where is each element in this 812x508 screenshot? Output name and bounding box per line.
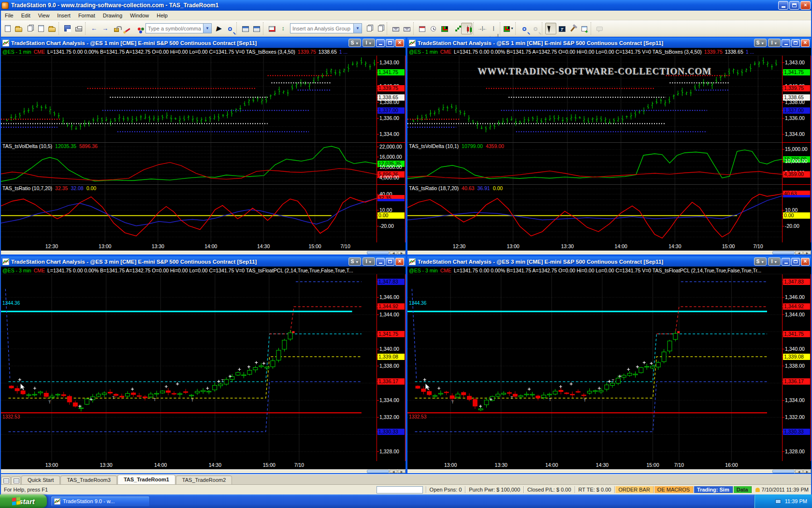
indicator-dropdown-button[interactable]: I ▼ (362, 39, 375, 47)
trading-mode-indicator[interactable]: Trading: Sim (693, 486, 733, 493)
candlestick-style-button[interactable] (461, 23, 472, 34)
menu-format[interactable]: Format (74, 11, 99, 20)
price-scale[interactable]: 1,347.831,346.001,344.921,344.001,341.75… (377, 274, 406, 461)
window-minimize-button[interactable] (782, 258, 790, 266)
oe-macros-toggle[interactable]: OE MACROS (653, 486, 693, 493)
price-scale[interactable]: 1,343.001,341.751,340.001,339.751,338.65… (782, 56, 811, 242)
send-window-button[interactable] (390, 23, 401, 34)
format-painter-button[interactable] (122, 23, 133, 34)
symbol-command-combo[interactable]: ▼ (145, 23, 212, 33)
window-minimize-button[interactable] (376, 258, 385, 266)
hscroll-thumb[interactable] (367, 251, 389, 254)
window-minimize-button[interactable] (782, 39, 790, 47)
window-titlebar[interactable]: TradeStation Chart Analysis - @ES 3 min … (1, 256, 406, 267)
forward-button[interactable]: → (100, 23, 111, 34)
back-button[interactable]: ← (88, 23, 100, 34)
step-chart-button[interactable] (450, 23, 461, 34)
pointer-tool-button[interactable] (545, 23, 556, 34)
menu-help[interactable]: Help (153, 11, 172, 20)
window-titlebar[interactable]: TradeStation Chart Analysis - @ES 1 min … (1, 38, 406, 48)
save-desktop-button[interactable] (62, 23, 73, 34)
session-clock-button[interactable] (428, 23, 439, 34)
app-titlebar[interactable]: TradeStation 9.0 - www.trading-software-… (0, 0, 812, 11)
menu-edit[interactable]: Edit (17, 11, 34, 20)
symbol-dropdown-button[interactable]: S ▼ (754, 39, 767, 47)
chart-type-dropdown[interactable]: ▼ (503, 23, 514, 34)
window-restore-button[interactable] (791, 258, 800, 266)
sort-button[interactable]: ↕ (277, 23, 289, 34)
hscroll-right-arrow[interactable]: ▶ (803, 251, 811, 254)
data-status-indicator[interactable]: Data (733, 486, 752, 493)
chart-analysis-button[interactable] (266, 23, 277, 34)
open-workspace-button[interactable] (13, 23, 24, 34)
tab-tas-traderoom1[interactable]: TAS_TradeRoom1 (117, 475, 175, 484)
indicator-dropdown-button[interactable]: I ▼ (362, 257, 375, 266)
tab-quick-start[interactable]: Quick Start (21, 476, 60, 484)
symbol-command-input[interactable] (146, 26, 203, 31)
open-folder-button[interactable] (46, 23, 58, 34)
symbol-dropdown-button[interactable]: S ▼ (348, 257, 361, 266)
open-shared-button[interactable] (401, 23, 412, 34)
add-strategy-button[interactable] (375, 23, 386, 34)
zoom-out-button[interactable] (530, 23, 541, 34)
hscroll-right-arrow[interactable]: ▶ (398, 251, 406, 254)
indicator-dropdown-button[interactable]: I ▼ (768, 39, 781, 47)
window-titlebar[interactable]: TradeStation Chart Analysis - @ES 3 min … (407, 256, 811, 267)
menu-drawing[interactable]: Drawing (99, 11, 126, 20)
symbol-lookup-button[interactable] (224, 23, 235, 34)
analysis-group-input[interactable] (290, 26, 353, 31)
symbol-dropdown-button[interactable]: S ▼ (348, 39, 361, 47)
chevron-down-icon[interactable]: ▼ (203, 24, 211, 33)
lock-button[interactable] (111, 23, 122, 34)
quote-window-button[interactable] (251, 23, 262, 34)
zoom-in-button[interactable] (519, 23, 530, 34)
window-restore-button[interactable] (791, 39, 800, 47)
hscroll-left-arrow[interactable]: ◀ (390, 470, 397, 473)
app-minimize-button[interactable] (778, 1, 788, 10)
chart-canvas[interactable]: TTTTT1344.361332.53 (407, 274, 782, 461)
chart-hscrollbar[interactable]: ◀ ▶ (1, 469, 406, 473)
menu-window[interactable]: Window (126, 11, 153, 20)
add-study-button[interactable] (363, 23, 375, 34)
hscroll-right-arrow[interactable]: ▶ (803, 470, 811, 473)
chart-plot[interactable]: TTTTT1344.361332.53 (1, 274, 377, 461)
new-page-button[interactable] (35, 23, 46, 34)
menu-insert[interactable]: Insert (53, 11, 74, 20)
taskbar-item-tradestation[interactable]: TradeStation 9.0 - w... (51, 496, 150, 507)
chart-plot[interactable]: TAS_tsVolDelta (10,1)10799.004359.00TAS_… (407, 56, 782, 242)
run-command-button[interactable]: ▶ (213, 23, 224, 34)
hscroll-thumb[interactable] (772, 251, 795, 254)
new-workspace-button[interactable] (2, 23, 13, 34)
app-maximize-button[interactable] (789, 1, 799, 10)
notes-button[interactable] (594, 23, 605, 34)
indicator-dropdown-button[interactable]: I ▼ (768, 257, 781, 266)
chart-canvas[interactable]: TTTTT1344.361332.53 (1, 274, 377, 461)
window-close-button[interactable]: × (395, 258, 404, 266)
analysis-group-combo[interactable]: ▼ (290, 23, 362, 33)
window-minimize-button[interactable] (376, 39, 385, 47)
hscroll-left-arrow[interactable]: ◀ (390, 251, 397, 254)
colors-button[interactable] (133, 23, 144, 34)
chart-hscrollbar[interactable]: ◀ ▶ (407, 251, 811, 254)
hscroll-thumb[interactable] (367, 470, 389, 473)
window-close-button[interactable]: × (801, 39, 810, 47)
symbol-dropdown-button[interactable]: S ▼ (754, 257, 767, 266)
window-restore-button[interactable] (386, 39, 394, 47)
workspace-list-button[interactable] (1, 477, 11, 484)
chart-plot[interactable]: TAS_tsVolDelta (10,5)12035.355896.36TAS_… (1, 56, 377, 242)
menu-view[interactable]: View (34, 11, 54, 20)
chevron-down-icon[interactable]: ▼ (353, 24, 362, 33)
window-close-button[interactable]: × (395, 39, 404, 47)
hscroll-right-arrow[interactable]: ▶ (398, 470, 406, 473)
insert-object-button[interactable] (579, 23, 590, 34)
hscroll-left-arrow[interactable]: ◀ (795, 251, 803, 254)
tab-tas-traderoom2[interactable]: TAS_TradeRoom2 (176, 476, 232, 484)
app-close-button[interactable]: × (800, 1, 811, 10)
toolbox-button[interactable] (567, 23, 579, 34)
chart-plot[interactable]: TTTTT1344.361332.53 (407, 274, 782, 461)
chart-hscrollbar[interactable]: ◀ ▶ (1, 251, 406, 254)
window-close-button[interactable]: × (801, 258, 810, 266)
volume-chart-button[interactable] (439, 23, 450, 34)
order-bar-toggle[interactable]: ORDER BAR (614, 486, 653, 493)
chart-hscrollbar[interactable]: ◀ ▶ (407, 469, 811, 473)
